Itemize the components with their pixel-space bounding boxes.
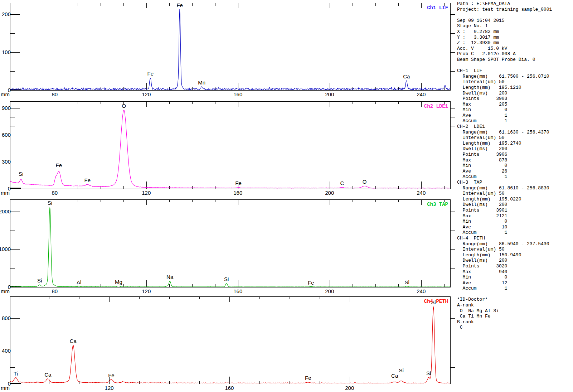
chart-frame-ch1 xyxy=(10,3,450,90)
peak-label: Fe xyxy=(147,71,154,77)
peak-label: Fe xyxy=(56,162,62,168)
peak-label: Fe xyxy=(305,375,311,381)
channel-label-ch1: Ch1 LIF xyxy=(427,5,448,11)
x-axis-tick-label: 160 xyxy=(233,288,242,294)
x-axis-tick-label: 80 xyxy=(52,190,58,196)
peak-label: Fe xyxy=(84,177,91,183)
peak-label: Ca xyxy=(403,73,410,79)
peak-label: Ca xyxy=(70,338,77,344)
y-axis-tick-label: 0 xyxy=(8,185,11,192)
channel-label-ch4: Ch4 PETH xyxy=(424,299,448,304)
spectrum-trace-ch3 xyxy=(10,208,450,287)
chart-frame-ch2 xyxy=(10,101,450,189)
peak-label: Si xyxy=(19,171,23,177)
peak-label: Na xyxy=(166,274,174,280)
x-axis-tick-label: 120 xyxy=(142,91,151,97)
x-axis-tick-label: 200 xyxy=(325,190,334,196)
y-axis-tick-label: 800 xyxy=(2,315,11,321)
x-axis-tick-label: 80 xyxy=(52,91,58,97)
channel-label-ch2: Ch2 LDE1 xyxy=(424,103,448,109)
x-axis-tick-label: 200 xyxy=(325,288,334,294)
x-axis-tick-label: 120 xyxy=(105,385,114,391)
peak-label: Mn xyxy=(198,79,205,86)
y-axis-tick-label: 300 xyxy=(2,159,11,165)
peak-label: Ca xyxy=(391,373,398,379)
x-axis-tick-label: 160 xyxy=(233,91,242,97)
peak-label: Si xyxy=(404,279,409,285)
peak-label: Fe xyxy=(108,372,115,378)
peak-label: Fe xyxy=(176,2,183,8)
y-axis-tick-label: 200 xyxy=(2,11,11,17)
x-axis-tick-label: 200 xyxy=(345,385,354,391)
y-axis-tick-label: 600 xyxy=(2,132,11,138)
peak-label: Mg xyxy=(115,279,122,285)
x-axis-tick-label: 120 xyxy=(142,190,151,196)
x-axis-tick-label: 240 xyxy=(417,190,426,196)
y-axis-tick-label: 0 xyxy=(8,87,11,93)
peak-label: Si xyxy=(426,370,431,376)
y-axis-tick-label: 0 xyxy=(8,284,11,290)
y-axis-tick-label: 100 xyxy=(2,49,11,55)
peak-label: O xyxy=(122,103,126,109)
x-axis-tick-label: 160 xyxy=(225,385,234,391)
x-axis-tick-label: 240 xyxy=(417,288,426,294)
y-axis-tick-label: 400 xyxy=(2,348,11,354)
info-panel: Path : E:\EPMA_DATA Project: test traini… xyxy=(457,1,552,330)
peak-label: O xyxy=(363,179,367,185)
channel-label-ch3: Ch3 TAP xyxy=(427,202,448,207)
y-axis-tick-label: 2000 xyxy=(0,208,11,214)
y-zero-bar xyxy=(10,383,21,384)
chart-frame-ch3 xyxy=(10,199,450,287)
peak-label: Si xyxy=(48,200,52,206)
peak-label: Ca xyxy=(44,372,52,378)
peak-label: Fe xyxy=(235,180,242,186)
x-axis-tick-label: 80 xyxy=(52,288,58,294)
spectrum-trace-ch1 xyxy=(10,9,450,90)
peak-label: Si xyxy=(224,276,229,282)
x-axis-tick-label: 240 xyxy=(417,91,426,97)
peak-label: Fe xyxy=(308,280,314,286)
x-axis-tick-label: 200 xyxy=(325,91,334,97)
spectrum-trace-ch4 xyxy=(10,306,450,383)
peak-label: Si xyxy=(399,367,403,373)
epma-wds-scan-window: 80120160200240mm0100200FeFeMnCaCh1 LIF80… xyxy=(0,0,573,392)
x-axis-tick-label: 120 xyxy=(142,288,151,294)
y-zero-bar xyxy=(10,188,21,189)
peak-label: Si xyxy=(37,277,42,284)
peak-label: Ti xyxy=(14,371,18,377)
peak-label: C xyxy=(340,180,344,186)
y-axis-tick-label: 900 xyxy=(2,105,11,111)
spectrum-trace-ch2 xyxy=(10,110,450,188)
y-axis-tick-label: 1000 xyxy=(0,246,11,252)
y-axis-tick-label: 0 xyxy=(8,381,11,387)
x-axis-tick-label: 160 xyxy=(233,190,242,196)
peak-label: Al xyxy=(77,279,81,285)
